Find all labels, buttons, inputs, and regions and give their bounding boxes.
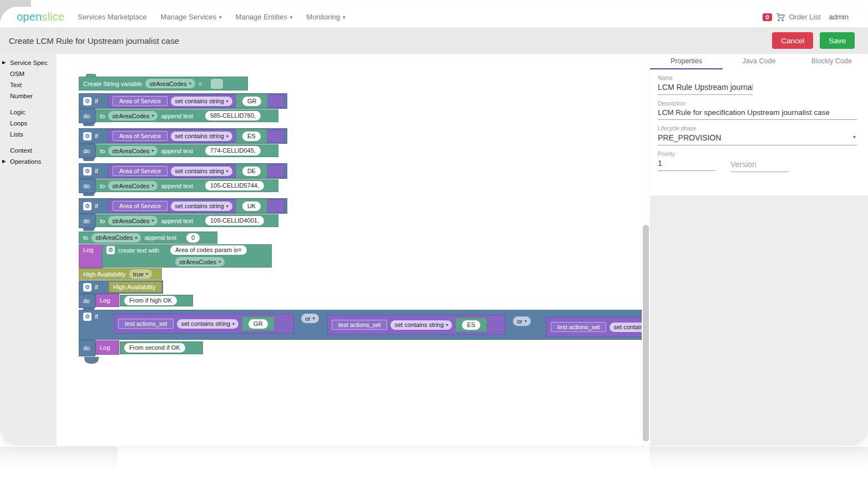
order-list-link[interactable]: Order List (789, 13, 821, 21)
append-text-block[interactable]: tostrAreaCodes▾append text774-CELLID045, (95, 144, 278, 157)
toolbox-category-lists[interactable]: Lists (0, 129, 57, 140)
text-input-field[interactable]: 0 (186, 233, 200, 243)
cart-icon[interactable] (776, 12, 785, 22)
if-do-spine[interactable]: do (79, 294, 95, 308)
condition-block[interactable]: Area of Serviceset contains string▾UK (108, 199, 285, 213)
nav-item-services-marketplace[interactable]: Services Marketplace (78, 13, 146, 21)
text-input-field[interactable]: DE (242, 167, 261, 176)
text-input-field[interactable]: ES (462, 320, 480, 330)
text-input-field[interactable]: ES (242, 132, 261, 141)
dropdown-field[interactable]: strAreaCodes▾ (108, 216, 158, 225)
text-input-field[interactable]: 109-CELLID4001, (205, 216, 264, 225)
if-do-spine[interactable]: do (79, 109, 95, 123)
condition-block[interactable]: Area of Serviceset contains string▾DE (108, 164, 285, 178)
if-do-spine[interactable]: do (79, 214, 95, 228)
dropdown-field[interactable]: set contains string▾ (171, 132, 232, 141)
mutator-gear-icon[interactable]: ⚙ (106, 246, 115, 254)
dropdown-field[interactable]: set contains string▾ (177, 319, 238, 329)
blockly-canvas[interactable]: Create String variablestrAreaCodes▾=⚙ifA… (57, 54, 642, 446)
text-input-field[interactable]: From if high OK (124, 296, 177, 305)
dropdown-field[interactable]: set contains string▾ (390, 320, 452, 330)
nav-item-manage-entities[interactable]: Manage Entities▾ (236, 13, 293, 21)
condition-block[interactable]: test actions_setset contains string▾GR (114, 314, 294, 334)
dropdown-field[interactable]: strAreaCodes▾ (92, 233, 141, 243)
version-input[interactable]: Version (730, 158, 788, 172)
shadow-block[interactable]: Area of Service (113, 131, 167, 141)
condition-block[interactable]: High Availability (109, 281, 162, 293)
condition-block[interactable]: Area of Serviceset contains string▾GR (108, 94, 285, 108)
nav-item-monitoring[interactable]: Monitoring▾ (306, 13, 345, 21)
empty-value-socket[interactable] (211, 79, 223, 89)
text-input-field[interactable]: 774-CELLID045, (205, 146, 261, 155)
scrollbar-thumb[interactable] (643, 225, 649, 441)
toolbox-category-loops[interactable]: Loops (0, 118, 57, 129)
dropdown-field[interactable]: set contains string▾ (171, 97, 232, 106)
shadow-block[interactable]: test actions_set (118, 319, 174, 329)
dropdown-field[interactable]: set contains string▾ (171, 202, 232, 211)
condition-block[interactable]: Area of Serviceset contains string▾ES (108, 129, 285, 143)
log-block[interactable]: Log (79, 244, 103, 268)
value-block[interactable]: ES (236, 129, 267, 143)
shadow-block[interactable]: test actions_set (332, 320, 387, 330)
mutator-gear-icon[interactable]: ⚙ (83, 97, 92, 105)
mutator-gear-icon[interactable]: ⚙ (83, 283, 92, 291)
value-block[interactable]: GR (242, 316, 275, 331)
shadow-block[interactable]: Area of Service (113, 201, 167, 211)
log-text-block[interactable]: From if high OK (120, 295, 193, 306)
dropdown-field[interactable]: set contains string▾ (171, 167, 232, 176)
append-text-block[interactable]: tostrAreaCodes▾append text0 (79, 232, 217, 244)
text-input-field[interactable]: UK (242, 202, 261, 211)
shadow-block[interactable]: Area of Service (113, 96, 167, 106)
log-block[interactable]: Log (95, 294, 119, 307)
create-text-row[interactable]: ⚙create text withArea of codes param is= (102, 244, 272, 256)
text-input-field[interactable]: Area of codes param is= (170, 245, 247, 255)
tab-blockly-code[interactable]: Blockly Code (795, 54, 868, 69)
toolbox-category-number[interactable]: Number (0, 90, 57, 102)
if-do-spine[interactable]: do (79, 144, 95, 158)
cancel-button[interactable]: Cancel (772, 32, 813, 49)
dropdown-field[interactable]: or▾ (301, 314, 319, 323)
append-text-block[interactable]: tostrAreaCodes▾append text109-CELLID4001… (95, 214, 278, 227)
lifecycle-select[interactable]: PRE_PROVISION ▾ (658, 132, 857, 145)
mutator-gear-icon[interactable]: ⚙ (83, 313, 92, 321)
condition-block[interactable]: test actions_setset contains string▾ (546, 317, 642, 337)
text-input-field[interactable]: 585-CELLID780, (205, 111, 261, 120)
mutator-gear-icon[interactable]: ⚙ (83, 202, 92, 210)
toolbox-category-logic[interactable]: Logic (0, 107, 57, 118)
description-input[interactable]: LCM Rule for specification Upstream jour… (658, 107, 857, 120)
create-text-row[interactable]: strAreaCodes▾ (102, 256, 272, 268)
openslice-logo[interactable]: openslice (17, 11, 64, 23)
dropdown-field[interactable]: set contains string▾ (610, 323, 642, 332)
toolbox-category-text[interactable]: Text (0, 79, 57, 90)
value-block[interactable]: ES (455, 318, 487, 332)
nav-item-manage-services[interactable]: Manage Services▾ (161, 13, 222, 21)
toolbox-category-operations[interactable]: ▶Operations (0, 156, 57, 167)
name-input[interactable]: LCM Rule Upstream journalist (658, 81, 753, 95)
save-button[interactable]: Save (820, 32, 855, 49)
toolbox-category-service-spec[interactable]: ▶Service Spec (0, 57, 57, 68)
mutator-gear-icon[interactable]: ⚙ (83, 167, 92, 175)
toolbox-category-context[interactable]: Context (0, 145, 57, 156)
dropdown-field[interactable]: strAreaCodes▾ (145, 79, 195, 88)
append-text-block[interactable]: tostrAreaCodes▾append text105-CELLID5744… (95, 179, 278, 192)
if-header-row[interactable]: ⚙if (79, 310, 118, 323)
shadow-block[interactable]: Area of Service (113, 166, 167, 176)
shadow-block[interactable]: test actions_set (551, 322, 606, 332)
high-availability-block[interactable]: High Availabilitytrue▾ (79, 268, 162, 280)
priority-input[interactable]: 1 (658, 157, 715, 171)
log-block[interactable]: Log (95, 340, 119, 355)
mutator-gear-icon[interactable]: ⚙ (83, 132, 92, 140)
or-operator-row[interactable]: or▾ (509, 316, 533, 326)
condition-block[interactable]: test actions_setset contains string▾ES (327, 315, 506, 335)
dropdown-field[interactable]: or▾ (513, 316, 531, 326)
or-operator-row[interactable]: or▾ (297, 313, 321, 324)
value-block[interactable]: UK (236, 199, 267, 213)
value-block[interactable]: DE (236, 164, 267, 178)
dropdown-field[interactable]: strAreaCodes▾ (108, 146, 158, 155)
append-text-block[interactable]: tostrAreaCodes▾append text585-CELLID780, (95, 109, 278, 122)
text-input-field[interactable]: GR (242, 97, 262, 106)
log-text-block[interactable]: From second if OK (120, 341, 203, 354)
tab-java-code[interactable]: Java Code (723, 54, 795, 69)
tab-properties[interactable]: Properties (650, 54, 723, 69)
if-do-spine[interactable]: do (79, 340, 95, 356)
